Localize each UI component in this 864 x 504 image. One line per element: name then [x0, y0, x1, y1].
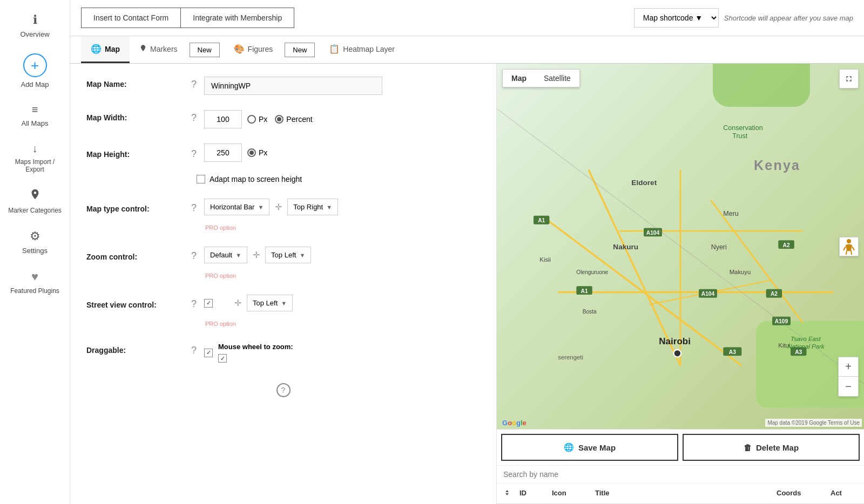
sidebar-item-overview[interactable]: ℹ Overview [0, 5, 70, 46]
svg-text:Tsavo East: Tsavo East [791, 336, 821, 342]
map-width-input[interactable] [204, 110, 242, 128]
zoom-row: Zoom control: ? Default ▼ ✛ Top Left ▼ [86, 247, 311, 263]
zoom-select[interactable]: Default ▼ [204, 247, 247, 263]
svg-text:Olenguruone: Olenguruone [576, 269, 608, 275]
bottom-help-icon[interactable]: ? [276, 383, 291, 397]
mouse-wheel-row: Mouse wheel to zoom: [218, 343, 293, 363]
street-view-pro-label: PRO option [205, 321, 236, 327]
map-type-label: Map type control: [86, 201, 184, 213]
shortcode-select[interactable]: Map shortcode ▼ [634, 8, 719, 28]
map-type-satellite-button[interactable]: Satellite [535, 70, 579, 87]
map-type-select[interactable]: Horizontal Bar ▼ [204, 199, 269, 215]
svg-text:A3: A3 [795, 349, 802, 355]
px-radio[interactable]: Px [247, 115, 267, 124]
save-map-button[interactable]: 🌐 Save Map [501, 434, 678, 461]
tab-figures[interactable]: 🎨 Figures [224, 36, 283, 63]
adapt-map-label: Adapt map to screen height [210, 175, 302, 183]
map-width-row: Map Width: ? Px Percent [86, 110, 480, 128]
map-container[interactable]: A1 A1 A104 A104 A2 A2 A3 [497, 64, 864, 429]
street-view-move-icon: ✛ [234, 298, 241, 308]
figures-new-button[interactable]: New [285, 43, 315, 57]
draggable-help-icon[interactable]: ? [191, 343, 197, 356]
map-name-input[interactable] [204, 77, 382, 95]
zoom-arrow-icon: ▼ [235, 252, 241, 258]
svg-text:Conservation: Conservation [723, 124, 762, 132]
svg-text:A1: A1 [538, 217, 545, 223]
map-height-controls: Px [204, 144, 267, 162]
map-height-help-icon[interactable]: ? [191, 146, 197, 160]
map-width-help-icon[interactable]: ? [191, 110, 197, 124]
integrate-membership-button[interactable]: Integrate with Membership [180, 8, 294, 28]
sidebar-label-all-maps: All Maps [22, 119, 49, 127]
sidebar-item-featured-plugins[interactable]: ♥ Featured Plugins [0, 262, 70, 302]
map-type-controls: Horizontal Bar ▼ ✛ Top Right ▼ [204, 199, 338, 215]
percent-radio[interactable]: Percent [275, 115, 312, 124]
street-view-controls: ✛ Top Left ▼ [204, 295, 293, 311]
markers-new-button[interactable]: New [190, 43, 220, 57]
map-actions: 🌐 Save Map 🗑 Delete Map [497, 429, 864, 465]
insert-contact-form-button[interactable]: Insert to Contact Form [81, 8, 180, 28]
svg-point-43 [847, 239, 851, 243]
svg-text:Trust: Trust [732, 132, 747, 140]
delete-map-button[interactable]: 🗑 Delete Map [683, 434, 860, 461]
sidebar-item-maps-import-export[interactable]: ↓ Maps Import / Export [0, 135, 70, 181]
svg-text:Nakuru: Nakuru [613, 243, 638, 251]
map-type-help-icon[interactable]: ? [191, 200, 197, 214]
map-type-pro-label: PRO option [205, 224, 236, 231]
draggable-checkbox[interactable] [204, 349, 213, 357]
width-unit-radio-group: Px Percent [247, 115, 313, 124]
add-map-icon: + [23, 53, 47, 77]
svg-text:Eldoret: Eldoret [631, 179, 657, 187]
street-view-checkbox[interactable] [204, 299, 213, 308]
map-name-help-icon[interactable]: ? [191, 77, 197, 90]
height-px-radio[interactable]: Px [247, 148, 267, 157]
sidebar-item-add-map[interactable]: + Add Map [0, 46, 70, 96]
svg-text:A2: A2 [783, 242, 790, 248]
svg-text:A109: A109 [775, 318, 788, 324]
px-radio-circle [247, 115, 256, 124]
tab-heatmap-layer[interactable]: 📋 Heatmap Layer [319, 36, 404, 63]
zoom-help-icon[interactable]: ? [191, 248, 197, 262]
height-px-radio-circle [247, 148, 256, 157]
street-view-person-icon[interactable] [839, 237, 859, 256]
heart-icon: ♥ [31, 270, 38, 284]
map-height-input[interactable] [204, 144, 242, 162]
street-view-position-select[interactable]: Top Left ▼ [247, 295, 293, 311]
marker-icon [29, 188, 41, 203]
map-search-input[interactable] [497, 465, 864, 483]
sidebar-item-settings[interactable]: ⚙ Settings [0, 222, 70, 262]
sidebar-label-featured-plugins: Featured Plugins [10, 287, 59, 295]
sidebar-item-all-maps[interactable]: ≡ All Maps [0, 96, 70, 135]
mouse-wheel-label: Mouse wheel to zoom: [218, 343, 293, 351]
zoom-out-button[interactable]: − [839, 377, 858, 396]
mouse-wheel-checkbox[interactable] [218, 354, 227, 363]
zoom-in-button[interactable]: + [839, 357, 858, 377]
percent-radio-circle [275, 115, 284, 124]
main-content: Insert to Contact Form Integrate with Me… [70, 0, 864, 504]
street-view-help-icon[interactable]: ? [191, 296, 197, 310]
map-panel: A1 A1 A104 A104 A2 A2 A3 [497, 64, 864, 504]
adapt-map-row: Adapt map to screen height [197, 175, 302, 183]
save-globe-icon: 🌐 [564, 442, 574, 452]
sidebar-label-marker-categories: Marker Categories [8, 207, 62, 214]
zoom-position-select[interactable]: Top Left ▼ [265, 247, 311, 263]
svg-line-47 [851, 250, 852, 255]
zoom-controls-map: + − [838, 357, 859, 397]
map-type-position-select[interactable]: Top Right ▼ [287, 199, 338, 215]
info-icon: ℹ [33, 13, 37, 27]
sidebar-item-marker-categories[interactable]: Marker Categories [0, 181, 70, 222]
zoom-move-icon: ✛ [253, 250, 260, 260]
tab-map[interactable]: 🌐 Map [81, 36, 130, 63]
map-height-main-row: Map Height: ? Px [86, 144, 267, 162]
svg-text:A1: A1 [581, 288, 588, 294]
zoom-pro-label: PRO option [205, 273, 236, 279]
zoom-label: Zoom control: [86, 249, 184, 261]
delete-trash-icon: 🗑 [744, 443, 752, 452]
adapt-map-checkbox[interactable] [197, 175, 205, 183]
fullscreen-button[interactable] [839, 69, 859, 88]
sort-column-header [503, 489, 519, 498]
tab-markers[interactable]: Markers [130, 37, 187, 63]
map-type-map-button[interactable]: Map [503, 70, 535, 87]
svg-text:Bosta: Bosta [583, 309, 597, 315]
svg-text:Kenya: Kenya [754, 158, 800, 173]
